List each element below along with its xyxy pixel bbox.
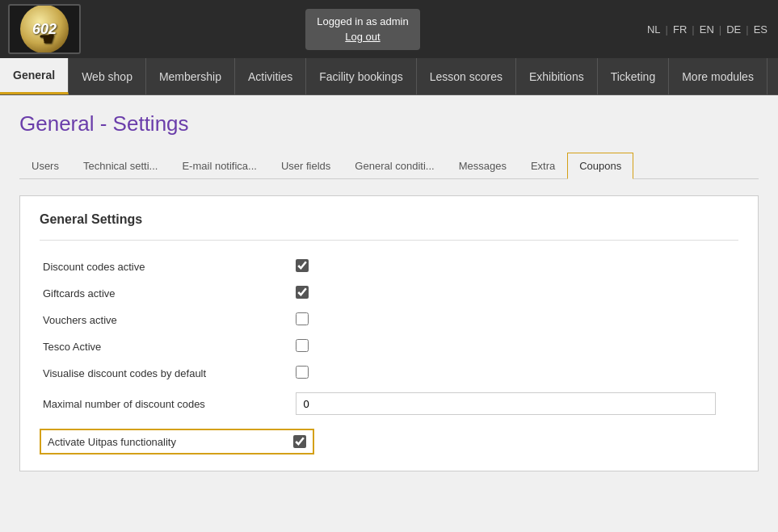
- tab-email[interactable]: E-mail notifica...: [170, 153, 268, 179]
- language-bar: NL|FR|EN|DE|ES: [645, 23, 770, 36]
- nav-facility-bookings[interactable]: Facility bookings: [306, 58, 417, 94]
- field-label-vouchers: Vouchers active: [40, 307, 292, 333]
- tab-general-conditions[interactable]: General conditi...: [343, 153, 446, 179]
- lang-sep-3: |: [717, 23, 724, 36]
- tab-extra[interactable]: Extra: [519, 153, 567, 179]
- table-row: Tesco Active: [40, 333, 738, 360]
- divider: [40, 240, 738, 241]
- logo-image: 602 ☚: [20, 5, 69, 53]
- nav-membership[interactable]: Membership: [146, 58, 235, 94]
- table-row: Giftcards active: [40, 280, 738, 307]
- field-label-giftcards: Giftcards active: [40, 280, 292, 307]
- section-title: General Settings: [40, 212, 738, 227]
- field-checkbox-vouchers: [292, 307, 738, 333]
- logout-link[interactable]: Log out: [345, 29, 380, 45]
- nav-webshop[interactable]: Web shop: [69, 58, 146, 94]
- checkbox-giftcards[interactable]: [296, 286, 309, 299]
- field-checkbox-giftcards: [292, 280, 738, 307]
- logo[interactable]: 602 ☚: [8, 4, 81, 54]
- uitpas-row: Activate Uitpas functionality: [40, 429, 314, 455]
- lang-en[interactable]: EN: [697, 23, 717, 36]
- sub-tabs: Users Technical setti... E-mail notifica…: [19, 153, 759, 179]
- field-label-discount: Discount codes active: [40, 253, 292, 280]
- field-label-tesco: Tesco Active: [40, 333, 292, 360]
- lang-es[interactable]: ES: [751, 23, 770, 36]
- page-content: General - Settings Users Technical setti…: [0, 95, 778, 488]
- lang-sep-4: |: [743, 23, 751, 36]
- tab-technical[interactable]: Technical setti...: [71, 153, 170, 179]
- checkbox-discount-codes[interactable]: [296, 259, 309, 272]
- tab-messages[interactable]: Messages: [447, 153, 519, 179]
- table-row: Maximal number of discount codes: [40, 387, 738, 421]
- settings-table: Discount codes active Giftcards active V…: [40, 253, 738, 421]
- table-row: Vouchers active: [40, 307, 738, 333]
- lang-fr[interactable]: FR: [671, 23, 689, 36]
- header: 602 ☚ Logged in as admin Log out NL|FR|E…: [0, 0, 778, 58]
- lang-de[interactable]: DE: [724, 23, 743, 36]
- logo-hand-icon: ☚: [36, 29, 53, 50]
- lang-sep-1: |: [663, 23, 671, 36]
- lang-sep-2: |: [689, 23, 696, 36]
- lang-nl[interactable]: NL: [645, 23, 663, 36]
- login-line1: Logged in as admin: [317, 14, 408, 30]
- settings-panel: General Settings Discount codes active G…: [19, 195, 759, 471]
- nav-exhibitions[interactable]: Exhibitions: [516, 58, 598, 94]
- checkbox-visualise[interactable]: [296, 366, 309, 379]
- field-checkbox-tesco: [292, 333, 738, 360]
- nav-general[interactable]: General: [0, 58, 69, 94]
- tab-coupons[interactable]: Coupons: [567, 153, 633, 179]
- nav-lesson-scores[interactable]: Lesson scores: [417, 58, 516, 94]
- tab-user-fields[interactable]: User fields: [269, 153, 343, 179]
- tab-users[interactable]: Users: [19, 153, 71, 179]
- main-nav: General Web shop Membership Activities F…: [0, 58, 778, 95]
- table-row: Visualise discount codes by default: [40, 360, 738, 387]
- field-label-visualise: Visualise discount codes by default: [40, 360, 292, 387]
- input-max-discount-codes[interactable]: [296, 392, 716, 415]
- field-label-maximal: Maximal number of discount codes: [40, 387, 292, 421]
- uitpas-label: Activate Uitpas functionality: [48, 436, 285, 448]
- checkbox-uitpas[interactable]: [293, 435, 306, 448]
- table-row: Discount codes active: [40, 253, 738, 280]
- login-info: Logged in as admin Log out: [305, 9, 419, 50]
- nav-activities[interactable]: Activities: [235, 58, 306, 94]
- field-checkbox-discount: [292, 253, 738, 280]
- page-title: General - Settings: [19, 111, 759, 136]
- nav-ticketing[interactable]: Ticketing: [598, 58, 670, 94]
- checkbox-tesco[interactable]: [296, 339, 309, 352]
- field-text-maximal: [292, 387, 738, 421]
- nav-more-modules[interactable]: More modules: [669, 58, 767, 94]
- checkbox-vouchers[interactable]: [296, 312, 309, 325]
- field-checkbox-visualise: [292, 360, 738, 387]
